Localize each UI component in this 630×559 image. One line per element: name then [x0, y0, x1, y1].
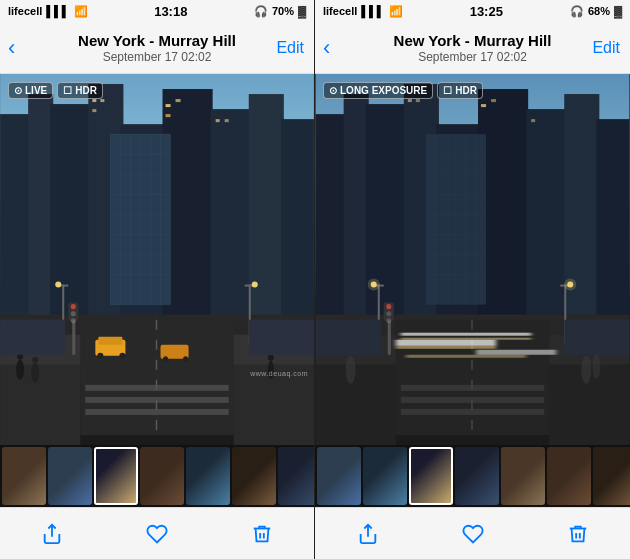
right-thumb-5[interactable]	[501, 447, 545, 505]
left-battery-icon: ▓	[298, 5, 306, 17]
left-photo-area[interactable]: ⊙ LIVE ☐ HDR www.deuaq.com	[0, 74, 314, 445]
svg-point-59	[16, 360, 24, 380]
right-panel: lifecell ▌▌▌ 📶 13:25 🎧 68% ▓ ‹ New York …	[315, 0, 630, 559]
svg-point-61	[31, 363, 39, 383]
thumb-1[interactable]	[2, 447, 46, 505]
svg-rect-127	[316, 320, 381, 355]
svg-rect-66	[249, 320, 314, 355]
right-badges: ⊙ LONG EXPOSURE ☐ HDR	[323, 82, 483, 99]
svg-rect-14	[166, 104, 171, 107]
svg-point-49	[119, 353, 125, 359]
svg-point-113	[386, 304, 391, 309]
right-toolbar	[315, 507, 630, 559]
svg-rect-102	[401, 385, 544, 391]
svg-point-64	[268, 355, 274, 361]
left-trash-button[interactable]	[240, 512, 284, 556]
svg-rect-3	[28, 94, 53, 315]
right-status-bar: lifecell ▌▌▌ 📶 13:25 🎧 68% ▓	[315, 0, 630, 22]
thumb-5[interactable]	[186, 447, 230, 505]
svg-rect-65	[0, 320, 65, 355]
svg-rect-15	[176, 99, 181, 102]
right-thumb-6[interactable]	[547, 447, 591, 505]
svg-rect-34	[0, 365, 80, 445]
exposure-icon: ⊙	[329, 85, 337, 96]
right-photo-area[interactable]: ⊙ LONG EXPOSURE ☐ HDR	[315, 74, 630, 445]
left-toolbar	[0, 507, 314, 559]
thumb-6[interactable]	[232, 447, 276, 505]
thumb-3-active[interactable]	[94, 447, 138, 505]
svg-rect-70	[316, 114, 346, 315]
thumb-7[interactable]	[278, 447, 314, 505]
left-nav-title: New York - Murray Hill	[78, 31, 236, 51]
right-battery-icon: ▓	[614, 5, 622, 17]
svg-rect-100	[396, 320, 549, 435]
left-nav-bar: ‹ New York - Murray Hill September 17 02…	[0, 22, 314, 74]
svg-rect-47	[98, 337, 122, 345]
svg-rect-107	[476, 350, 556, 355]
right-nav-bar: ‹ New York - Murray Hill September 17 02…	[315, 22, 630, 74]
left-badges: ⊙ LIVE ☐ HDR	[8, 82, 103, 99]
svg-point-123	[564, 279, 576, 291]
svg-point-55	[55, 282, 61, 288]
svg-point-43	[71, 304, 76, 309]
right-carrier: lifecell	[323, 5, 357, 17]
svg-rect-81	[481, 104, 486, 107]
left-watermark: www.deuaq.com	[250, 370, 308, 377]
svg-rect-76	[526, 109, 566, 315]
right-status-right: 🎧 68% ▓	[570, 5, 622, 18]
svg-rect-38	[85, 385, 228, 391]
left-share-button[interactable]	[30, 512, 74, 556]
right-film-strip[interactable]	[315, 445, 630, 507]
hdr-icon-left: ☐	[63, 85, 72, 96]
svg-rect-106	[396, 346, 496, 349]
svg-point-114	[386, 311, 391, 316]
left-badge-hdr-label: HDR	[75, 85, 97, 96]
svg-rect-78	[596, 119, 629, 315]
svg-rect-16	[166, 114, 171, 117]
right-thumb-1[interactable]	[317, 447, 361, 505]
svg-point-52	[183, 356, 188, 361]
right-thumb-3-active[interactable]	[409, 447, 453, 505]
svg-point-124	[581, 356, 591, 384]
svg-point-44	[71, 311, 76, 316]
right-thumb-7[interactable]	[593, 447, 630, 505]
thumb-4[interactable]	[140, 447, 184, 505]
left-city-image	[0, 74, 314, 445]
left-film-strip[interactable]	[0, 445, 314, 507]
right-badge-exposure: ⊙ LONG EXPOSURE	[323, 82, 433, 99]
right-thumb-2[interactable]	[363, 447, 407, 505]
left-nav-subtitle: September 17 02:02	[103, 50, 212, 64]
svg-point-126	[346, 356, 356, 384]
svg-rect-79	[408, 99, 412, 102]
svg-rect-109	[401, 333, 531, 336]
left-badge-hdr: ☐ HDR	[57, 82, 103, 99]
right-trash-button[interactable]	[556, 512, 600, 556]
right-edit-button[interactable]: Edit	[592, 39, 620, 57]
right-back-button[interactable]: ‹	[323, 37, 330, 59]
left-status-right: 🎧 70% ▓	[254, 5, 306, 18]
svg-rect-9	[249, 94, 284, 315]
right-share-button[interactable]	[346, 512, 390, 556]
left-edit-button[interactable]: Edit	[276, 39, 304, 57]
svg-point-58	[252, 282, 258, 288]
thumb-2[interactable]	[48, 447, 92, 505]
left-heart-button[interactable]	[135, 512, 179, 556]
svg-rect-128	[564, 320, 629, 355]
right-battery: 68%	[588, 5, 610, 17]
left-back-button[interactable]: ‹	[8, 37, 15, 59]
right-heart-button[interactable]	[451, 512, 495, 556]
right-time: 13:25	[470, 4, 503, 19]
svg-point-125	[592, 355, 600, 379]
right-thumb-4[interactable]	[455, 447, 499, 505]
left-headphones-icon: 🎧	[254, 5, 268, 18]
svg-rect-80	[416, 99, 420, 102]
left-status-bar: lifecell ▌▌▌ 📶 13:18 🎧 70% ▓	[0, 0, 314, 22]
hdr-icon-right: ☐	[443, 85, 452, 96]
svg-point-45	[71, 318, 76, 323]
svg-rect-18	[225, 119, 229, 122]
right-badge-hdr: ☐ HDR	[437, 82, 483, 99]
right-signal-icon: ▌▌▌	[361, 5, 384, 17]
right-nav-title: New York - Murray Hill	[394, 31, 552, 51]
right-wifi-icon: 📶	[389, 5, 403, 18]
left-wifi-icon: 📶	[74, 5, 88, 18]
